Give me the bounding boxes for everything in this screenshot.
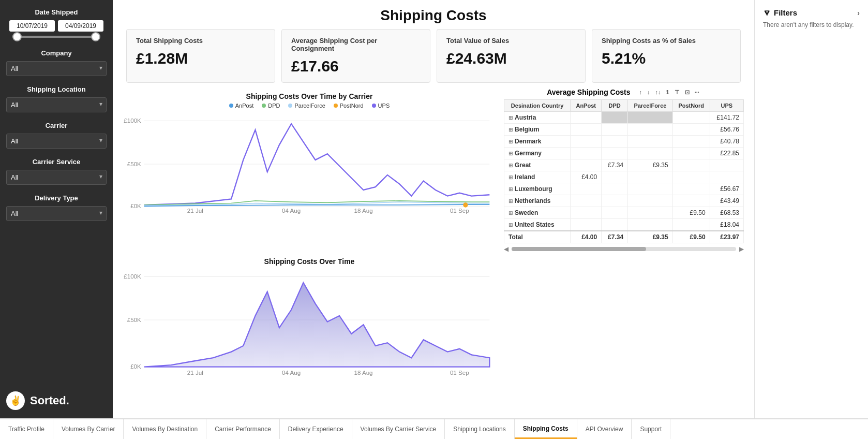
slider-thumb-left[interactable]	[12, 32, 22, 41]
svg-text:21 Jul: 21 Jul	[187, 207, 203, 214]
sort-desc-icon[interactable]: ↓	[646, 89, 652, 96]
tab-shipping-locations[interactable]: Shipping Locations	[445, 419, 514, 439]
svg-text:£50K: £50K	[127, 316, 141, 323]
country-cell: ⊞Sweden	[504, 207, 571, 219]
svg-text:04 Aug: 04 Aug	[282, 369, 301, 376]
anpost-cell	[571, 136, 602, 148]
postnord-cell	[672, 136, 710, 148]
tab-delivery-experience[interactable]: Delivery Experience	[280, 419, 352, 439]
svg-text:18 Aug: 18 Aug	[354, 207, 372, 214]
table-row: ⊞Germany £22.85	[504, 148, 744, 159]
tab-shipping-costs[interactable]: Shipping Costs	[515, 419, 577, 439]
chart2-svg: £100K £50K £0K	[123, 268, 496, 376]
company-section: Company All	[6, 49, 107, 76]
kpi-label-0: Total Shipping Costs	[136, 37, 265, 45]
table-scrollbar[interactable]: ◀ ▶	[504, 243, 744, 255]
page-title: Shipping Costs	[113, 0, 754, 29]
total-postnord: £9.50	[672, 231, 710, 243]
table-row: ⊞Belgium £56.76	[504, 124, 744, 136]
tab-traffic-profile[interactable]: Traffic Profile	[0, 419, 53, 439]
more-icon[interactable]: ···	[693, 89, 701, 96]
avg-shipping-table: Desination Country AnPost DPD ParcelForc…	[504, 99, 744, 243]
col-header-postnord: PostNord	[672, 100, 710, 112]
carrier-select[interactable]: All	[6, 134, 107, 149]
ups-cell: £40.78	[710, 136, 743, 148]
scroll-track[interactable]	[512, 247, 736, 251]
anpost-cell	[571, 159, 602, 171]
scroll-right-arrow[interactable]: ▶	[739, 245, 744, 253]
expand-icon[interactable]: ⊞	[508, 127, 513, 133]
right-panel: Average Shipping Costs ↑ ↓ ↑↓ 1 ⊤ ⊡ ···	[496, 88, 744, 418]
dpd-cell	[602, 148, 628, 159]
dpd-cell	[602, 207, 628, 219]
shipping-location-select[interactable]: All	[6, 97, 107, 112]
svg-text:18 Aug: 18 Aug	[354, 369, 372, 376]
chart1-legend: AnPost DPD ParcelForce PostNord	[123, 103, 496, 109]
logo-text: Sorted.	[30, 394, 69, 407]
carrier-service-select[interactable]: All	[6, 170, 107, 185]
filter-table-icon[interactable]: ⊤	[673, 89, 681, 96]
anpost-cell	[571, 207, 602, 219]
sort-az-icon[interactable]: ↑↓	[654, 89, 663, 96]
slider-thumb-right[interactable]	[91, 32, 100, 41]
expand-icon[interactable]: ⊞	[508, 174, 513, 180]
tab-api-overview[interactable]: API Overview	[577, 419, 632, 439]
logo-icon: ✌	[6, 391, 25, 410]
legend-ups: UPS	[372, 103, 390, 109]
expand-icon[interactable]: ⊞	[508, 115, 513, 121]
svg-text:01 Sep: 01 Sep	[450, 369, 469, 376]
total-row: Total £4.00 £7.34 £9.35 £9.50 £23.97	[504, 231, 744, 243]
legend-label-postnord: PostNord	[340, 103, 364, 109]
carrier-service-section: Carrier Service All	[6, 158, 107, 185]
sort-asc-icon[interactable]: ↑	[638, 89, 644, 96]
filter-icon: ⛛	[763, 8, 771, 17]
expand-icon[interactable]: ⊞	[508, 222, 513, 228]
postnord-cell	[672, 112, 710, 124]
country-cell: ⊞Austria	[504, 112, 571, 124]
tab-volumes-by-carrier[interactable]: Volumes By Carrier	[53, 419, 124, 439]
expand-icon[interactable]: ⊞	[508, 151, 513, 156]
expand-icon[interactable]: ⊞	[508, 186, 513, 192]
tab-support[interactable]: Support	[632, 419, 670, 439]
date-end[interactable]: 04/09/2019	[58, 20, 103, 32]
parcelforce-cell	[628, 207, 673, 219]
main-content: Shipping Costs Total Shipping Costs£1.28…	[113, 0, 754, 418]
legend-label-dpd: DPD	[268, 103, 280, 109]
scroll-left-arrow[interactable]: ◀	[504, 245, 508, 253]
tab-volumes-by-destination[interactable]: Volumes By Destination	[124, 419, 206, 439]
expand-icon[interactable]: ⊞	[508, 198, 513, 204]
kpi-label-3: Shipping Costs as % of Sales	[602, 37, 731, 45]
date-start[interactable]: 10/07/2019	[9, 20, 55, 32]
date-slider-track[interactable]	[12, 36, 100, 38]
page-num-icon: 1	[665, 89, 671, 96]
table-row: ⊞Luxembourg £56.67	[504, 183, 744, 195]
table-row: ⊞Ireland £4.00	[504, 171, 744, 183]
expand-icon[interactable]: ⊞	[508, 139, 513, 144]
col-header-ups: UPS	[710, 100, 743, 112]
country-cell: ⊞United States	[504, 219, 571, 231]
tab-volumes-by-carrier-service[interactable]: Volumes By Carrier Service	[352, 419, 445, 439]
postnord-cell	[672, 219, 710, 231]
tab-carrier-performance[interactable]: Carrier Performance	[206, 419, 280, 439]
export-table-icon[interactable]: ⊡	[683, 89, 691, 96]
svg-marker-17	[144, 283, 490, 367]
parcelforce-cell	[628, 112, 673, 124]
expand-icon[interactable]: ⊞	[508, 210, 513, 216]
expand-icon[interactable]: ⊞	[508, 163, 513, 168]
svg-text:£0K: £0K	[130, 202, 141, 209]
legend-label-parcelforce: ParcelForce	[294, 103, 325, 109]
ups-cell: £68.53	[710, 207, 743, 219]
scroll-thumb[interactable]	[512, 247, 646, 251]
total-parcelforce: £9.35	[628, 231, 673, 243]
col-header-country: Desination Country	[504, 100, 571, 112]
dpd-cell	[602, 195, 628, 207]
table-row: ⊞United States £18.04	[504, 219, 744, 231]
kpi-row: Total Shipping Costs£1.28MAverage Shippi…	[113, 29, 754, 88]
company-select[interactable]: All	[6, 61, 107, 76]
table-row: ⊞Great £7.34 £9.35	[504, 159, 744, 171]
country-cell: ⊞Great	[504, 159, 571, 171]
table-row: ⊞Netherlands £43.49	[504, 195, 744, 207]
chart2-title: Shipping Costs Over Time	[123, 257, 496, 266]
delivery-type-select[interactable]: All	[6, 206, 107, 221]
filter-expand-icon[interactable]: ›	[857, 9, 860, 17]
